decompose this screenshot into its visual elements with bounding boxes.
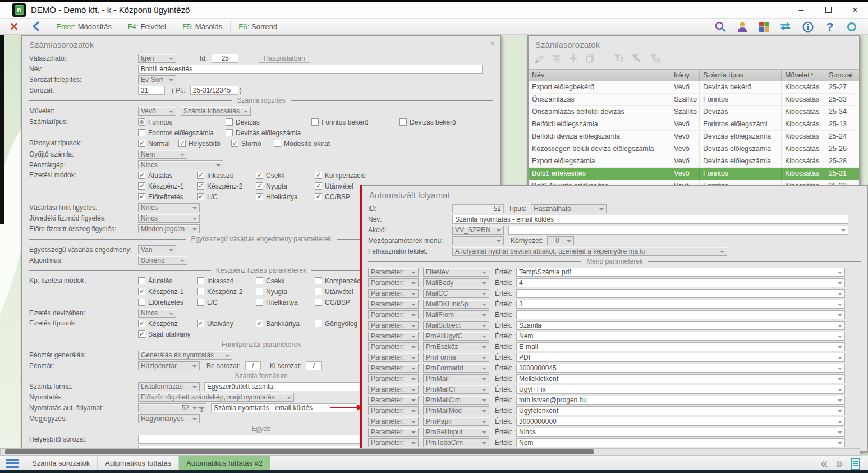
- maximize-button[interactable]: [823, 5, 833, 15]
- invoice-type-option[interactable]: Forintos előlegszámla: [138, 127, 226, 138]
- payment-method-option[interactable]: Nyugta: [256, 181, 315, 191]
- column-header-szamla-tipus[interactable]: Számla típus: [700, 70, 782, 81]
- column-header-sorozat[interactable]: Sorozat: [825, 70, 859, 81]
- invoice-format-dropdown[interactable]: Listaformázás: [138, 382, 200, 391]
- payment-method-option[interactable]: Hitelkártya: [256, 191, 315, 202]
- parameter-value-field[interactable]: 3000000045: [516, 364, 845, 373]
- parameter-type-dropdown[interactable]: Paraméter:: [368, 374, 419, 383]
- parameter-type-dropdown[interactable]: Paraméter:: [368, 300, 419, 309]
- parameter-type-dropdown[interactable]: Paraméter:: [368, 428, 419, 437]
- collective-invoice-dropdown[interactable]: Nem: [138, 150, 187, 159]
- cash-payment-method-option[interactable]: Előrefizetés: [138, 297, 197, 307]
- copy-document-icon[interactable]: [585, 53, 595, 66]
- parameter-value-field[interactable]: PDF: [516, 353, 845, 362]
- parameter-name-dropdown[interactable]: FileNév: [423, 268, 489, 277]
- bottom-tab[interactable]: Automatikus futtatás #2: [178, 456, 270, 470]
- action-dropdown[interactable]: VV_SZPRN: [452, 226, 504, 235]
- pager-prev-icon[interactable]: «: [820, 457, 828, 470]
- algorithm-dropdown[interactable]: Sorrend: [138, 256, 187, 265]
- invoice-type-option[interactable]: Devizás előlegszámla: [226, 127, 311, 138]
- parameter-name-dropdown[interactable]: PrnTobbCim: [423, 438, 489, 447]
- info-icon[interactable]: [802, 21, 814, 33]
- scrollbar-thumb[interactable]: [5, 449, 594, 454]
- parameter-value-field[interactable]: Temp\Számla.pdf: [516, 268, 845, 277]
- cash-payment-method-option[interactable]: Nyugta: [256, 286, 315, 297]
- parameter-name-dropdown[interactable]: PrnFormatId: [423, 364, 489, 373]
- parameter-name-dropdown[interactable]: MailBody: [423, 278, 489, 287]
- invoice-format-field[interactable]: Egyszerűsített számla: [204, 382, 364, 391]
- cashdesk-generation-dropdown[interactable]: Generálás és nyomtatás: [138, 351, 232, 360]
- comment-dropdown[interactable]: Hagyományos: [138, 414, 200, 423]
- cash-payment-method-option[interactable]: L/C: [197, 297, 256, 307]
- invoice-type-option[interactable]: Devizás bekérő: [399, 117, 456, 127]
- operation-dropdown[interactable]: Vevő: [138, 107, 176, 116]
- parameter-value-field[interactable]: [516, 310, 845, 319]
- bottom-tab[interactable]: Számla sorozatok: [25, 456, 97, 470]
- table-row[interactable]: Belföldi deviza előlegszámla Vevő Devizá…: [529, 131, 859, 143]
- parameter-type-dropdown[interactable]: Paraméter:: [368, 406, 419, 415]
- parameter-value-field[interactable]: E-mail: [516, 342, 845, 351]
- document-type-option[interactable]: Stornó: [231, 138, 274, 149]
- table-row[interactable]: Önszámlázás Szállító Forintos Kibocsátás…: [529, 94, 859, 106]
- operation-type-dropdown[interactable]: Számla kibocsátás: [181, 107, 251, 116]
- cash-register-dropdown[interactable]: Nincs: [138, 160, 223, 169]
- invoice-type-option[interactable]: Forintos: [138, 117, 226, 127]
- parameter-type-dropdown[interactable]: Paraméter:: [368, 321, 419, 330]
- example-field[interactable]: 25-31/12345: [190, 86, 238, 95]
- cash-payment-method-option[interactable]: CC/BSP: [315, 297, 366, 307]
- auto-process-id-combo[interactable]: 52: [138, 403, 206, 412]
- parameter-name-dropdown[interactable]: PrnPapir: [423, 417, 489, 426]
- help-icon[interactable]: ?: [824, 21, 836, 33]
- cash-payment-method-option[interactable]: Inkasszó: [197, 275, 256, 286]
- filter-icon[interactable]: [613, 53, 624, 66]
- parameter-type-dropdown[interactable]: Paraméter:: [368, 310, 419, 319]
- cash-payment-method-option[interactable]: Átutalás: [138, 275, 197, 286]
- payment-method-option[interactable]: Csekk: [256, 170, 315, 181]
- table-row[interactable]: Önszámlázás belföldi devizás Szállító De…: [529, 106, 859, 118]
- cash-payment-method-option[interactable]: Készpénz-1: [138, 286, 197, 297]
- series-structure-dropdown[interactable]: Év-Sor/: [138, 75, 176, 84]
- parameter-type-dropdown[interactable]: Paraméter:: [368, 289, 419, 298]
- payment-method-option[interactable]: Kompenzáció: [315, 170, 366, 181]
- table-row[interactable]: Export előlegbekérő Vevő Devizás bekérő …: [529, 81, 859, 94]
- parameter-name-dropdown[interactable]: MailFrom: [423, 310, 489, 319]
- column-header-irany[interactable]: Irány: [670, 70, 700, 81]
- invoice-type-option[interactable]: Forintos bekérő: [311, 117, 399, 127]
- parameter-type-dropdown[interactable]: Paraméter:: [368, 278, 419, 287]
- document-type-option[interactable]: Normál: [138, 138, 178, 149]
- action-detail-combo[interactable]: [508, 226, 848, 235]
- parameter-name-dropdown[interactable]: PrnMail: [423, 374, 489, 383]
- parameter-name-dropdown[interactable]: PrnMailMód: [423, 406, 489, 415]
- parameter-type-dropdown[interactable]: Paraméter:: [368, 417, 419, 426]
- user-interface-dropdown[interactable]: A folyamat nyithat beviteli ablakot, üze…: [452, 247, 727, 256]
- parameter-value-field[interactable]: 3: [516, 300, 845, 309]
- filter-clear-icon[interactable]: [631, 53, 642, 66]
- hotkey-button[interactable]: F5: Másolás: [174, 21, 230, 31]
- payment-method-option[interactable]: CC/BSP: [315, 191, 366, 202]
- parameter-name-dropdown[interactable]: MailCC: [423, 289, 489, 298]
- table-row[interactable]: Közösségen belüli deviza előlegszámla Ve…: [529, 143, 859, 155]
- payment-type-option[interactable]: Bankkártya: [256, 318, 315, 329]
- parameter-value-field[interactable]: Nem: [516, 438, 845, 447]
- bottom-tab[interactable]: Automatikus futtatás: [97, 456, 178, 470]
- table-row[interactable]: Belföldi előlegszámla Vevő Forintos elől…: [529, 118, 859, 131]
- parameter-type-dropdown[interactable]: Paraméter:: [368, 364, 419, 373]
- parameter-type-dropdown[interactable]: Paraméter:: [368, 396, 419, 405]
- payment-type-option[interactable]: Készpénz: [138, 318, 197, 329]
- series-field[interactable]: 31: [138, 86, 165, 95]
- cash-payment-method-option[interactable]: Készpénz-2: [197, 286, 256, 297]
- filter-add-icon[interactable]: [649, 53, 660, 66]
- payment-method-option[interactable]: Átutalás: [138, 170, 197, 181]
- parameter-value-field[interactable]: Számla: [516, 321, 845, 330]
- hotkey-button[interactable]: F6: Sorrend: [230, 21, 285, 31]
- hotkey-button[interactable]: Enter: Módosítás: [48, 21, 120, 31]
- process-type-dropdown[interactable]: Használható: [531, 204, 607, 213]
- parameter-type-dropdown[interactable]: Paraméter:: [368, 332, 419, 341]
- minimize-button[interactable]: –: [796, 5, 806, 15]
- payment-type-option[interactable]: Saját utalvány: [138, 329, 197, 339]
- edit-pencil-icon[interactable]: [534, 53, 545, 66]
- add-plus-icon[interactable]: [568, 53, 578, 66]
- parameter-value-field[interactable]: toth.istvan@progen.hu: [516, 396, 845, 405]
- back-chevron-icon[interactable]: [31, 21, 40, 32]
- parameter-name-dropdown[interactable]: PrnMailCF: [423, 385, 489, 394]
